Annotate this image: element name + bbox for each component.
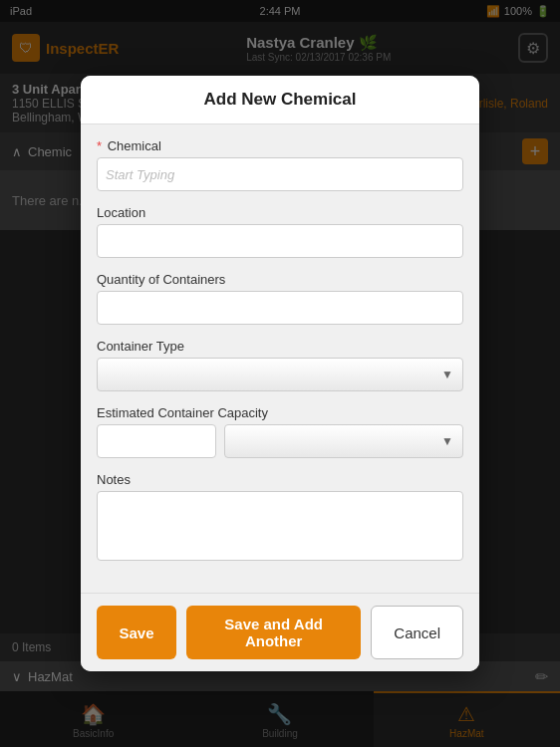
- container-type-field-group: Container Type ▼: [97, 339, 463, 391]
- chemical-input[interactable]: [97, 157, 463, 191]
- notes-field-group: Notes: [97, 472, 463, 565]
- dialog-title: Add New Chemical: [203, 90, 356, 109]
- chemical-label: * Chemical: [97, 138, 463, 153]
- dialog-footer: Save Save and Add Another Cancel: [81, 593, 479, 671]
- capacity-value-input[interactable]: [97, 424, 216, 458]
- quantity-field-group: Quantity of Containers: [97, 272, 463, 325]
- notes-label: Notes: [97, 472, 463, 487]
- cancel-button[interactable]: Cancel: [371, 606, 463, 659]
- save-button[interactable]: Save: [97, 606, 176, 659]
- modal-overlay: Add New Chemical * Chemical Location Qua…: [0, 0, 560, 747]
- container-type-label: Container Type: [97, 339, 463, 354]
- quantity-label: Quantity of Containers: [97, 272, 463, 287]
- capacity-unit-wrapper: ▼: [224, 424, 463, 458]
- location-input[interactable]: [97, 224, 463, 258]
- add-chemical-dialog: Add New Chemical * Chemical Location Qua…: [81, 76, 479, 671]
- dialog-header: Add New Chemical: [81, 76, 479, 124]
- save-and-add-button[interactable]: Save and Add Another: [186, 606, 361, 659]
- quantity-input[interactable]: [97, 291, 463, 325]
- container-type-select[interactable]: [97, 358, 463, 391]
- location-label: Location: [97, 205, 463, 220]
- required-star: *: [97, 138, 102, 153]
- capacity-field-group: Estimated Container Capacity ▼: [97, 405, 463, 458]
- dialog-body: * Chemical Location Quantity of Containe…: [81, 124, 479, 593]
- container-type-select-wrapper: ▼: [97, 358, 463, 391]
- capacity-row: ▼: [97, 424, 463, 458]
- location-field-group: Location: [97, 205, 463, 258]
- notes-textarea[interactable]: [97, 491, 463, 561]
- capacity-label: Estimated Container Capacity: [97, 405, 463, 420]
- chemical-field-group: * Chemical: [97, 138, 463, 191]
- capacity-unit-select[interactable]: [224, 424, 463, 458]
